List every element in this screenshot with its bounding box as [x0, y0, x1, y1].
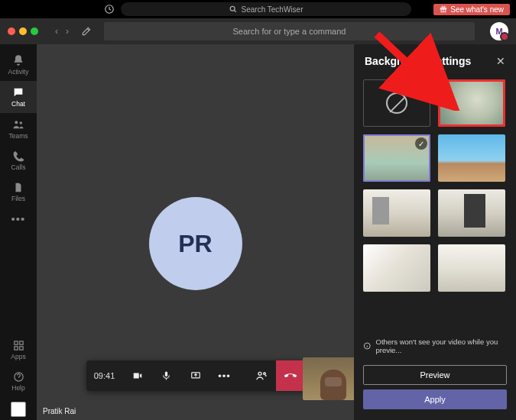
bg-option-image-1[interactable]: ✓ [363, 134, 430, 182]
svg-rect-9 [19, 347, 22, 350]
svg-point-13 [258, 372, 261, 375]
svg-point-5 [20, 121, 22, 124]
see-whats-new-button[interactable]: See what's new [433, 4, 510, 15]
bg-option-image-6[interactable] [438, 244, 505, 292]
camera-icon [131, 370, 144, 381]
ellipsis-icon: ••• [218, 370, 231, 382]
teams-icon [12, 118, 24, 131]
hang-up-button[interactable] [276, 360, 305, 391]
bg-option-image-5[interactable] [363, 244, 430, 292]
rail-help[interactable]: Help [0, 366, 37, 397]
command-search-placeholder: Search for or type a command [233, 27, 346, 36]
rail-device-icon[interactable] [11, 402, 26, 417]
mic-icon [161, 370, 171, 382]
rail-activity[interactable]: Activity [0, 49, 37, 81]
rail-files[interactable]: Files [0, 176, 37, 208]
command-search-bar[interactable]: Search for or type a command [104, 22, 475, 40]
svg-rect-7 [19, 341, 22, 344]
more-actions-button[interactable]: ••• [210, 360, 239, 391]
share-screen-button[interactable] [181, 360, 210, 391]
svg-rect-8 [14, 347, 17, 350]
participants-button[interactable] [247, 360, 276, 391]
user-avatar[interactable]: M [490, 22, 508, 40]
title-bar: ‹ › Search for or type a command M [0, 18, 516, 44]
forward-button[interactable]: › [66, 26, 69, 37]
phone-icon [13, 150, 24, 162]
close-window-icon[interactable] [8, 27, 15, 35]
close-icon[interactable]: ✕ [496, 55, 505, 67]
bg-option-image-2[interactable] [438, 134, 505, 182]
call-duration: 09:41 [86, 360, 123, 391]
app-rail: Activity Chat Teams Calls Files [0, 44, 37, 420]
info-icon [363, 341, 372, 351]
minimize-window-icon[interactable] [19, 27, 27, 35]
rail-teams[interactable]: Teams [0, 113, 37, 145]
svg-rect-11 [165, 372, 167, 377]
preview-button[interactable]: Preview [363, 365, 507, 385]
bg-option-blur[interactable] [438, 79, 505, 127]
files-icon [13, 182, 24, 193]
bg-option-none[interactable] [363, 79, 430, 127]
macos-menubar-area: Search TechWiser See what's new [0, 0, 516, 18]
apply-button[interactable]: Apply [363, 389, 507, 409]
svg-point-4 [15, 121, 18, 124]
svg-point-14 [263, 373, 265, 375]
bell-icon [12, 54, 24, 66]
window-controls[interactable] [8, 27, 38, 35]
rail-more[interactable]: ••• [0, 208, 37, 230]
ban-icon [386, 92, 407, 114]
global-search-placeholder: Search TechWiser [242, 5, 303, 14]
compose-icon[interactable] [81, 26, 92, 37]
global-search-bar[interactable]: Search TechWiser [121, 2, 411, 16]
svg-point-1 [230, 6, 235, 11]
maximize-window-icon[interactable] [31, 27, 38, 35]
search-icon [229, 5, 237, 13]
panel-title: Background settings [365, 55, 471, 67]
call-controls-bar: 09:41 ••• [86, 360, 305, 391]
apps-icon [13, 340, 24, 351]
hang-up-icon [284, 369, 297, 383]
preview-info-text: Others won't see your video while you pr… [363, 338, 507, 360]
back-button[interactable]: ‹ [55, 26, 58, 37]
share-icon [190, 370, 202, 381]
bg-option-image-3[interactable] [363, 189, 430, 237]
people-icon [255, 370, 268, 382]
svg-rect-6 [14, 341, 17, 344]
rail-apps[interactable]: Apps [0, 334, 37, 366]
history-icon[interactable] [104, 4, 115, 15]
background-settings-panel: Background settings ✕ ✓ Others won't see… [354, 44, 516, 420]
bg-option-image-4[interactable] [438, 189, 505, 237]
participant-avatar: PR [149, 197, 242, 290]
mic-toggle[interactable] [152, 360, 181, 391]
gift-icon [440, 5, 447, 13]
video-call-stage: PR 09:41 ••• [37, 44, 354, 420]
participant-name: Pratik Rai [43, 407, 76, 415]
help-icon [13, 371, 24, 383]
check-icon: ✓ [415, 137, 427, 150]
background-options-grid: ✓ [354, 75, 516, 296]
rail-chat[interactable]: Chat [0, 81, 37, 113]
chat-icon [12, 86, 24, 99]
camera-toggle[interactable] [123, 360, 152, 391]
rail-calls[interactable]: Calls [0, 145, 37, 176]
